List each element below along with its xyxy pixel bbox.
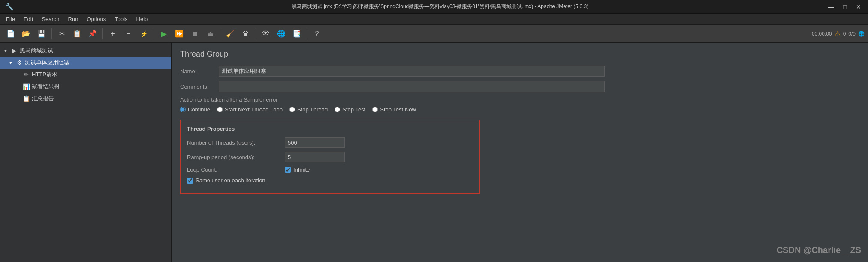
menu-search[interactable]: Search: [37, 15, 63, 24]
comments-input[interactable]: [219, 81, 605, 92]
radio-stop-test-input[interactable]: [335, 107, 340, 112]
warning-icon: ⚠: [835, 30, 841, 38]
maximize-button[interactable]: □: [839, 3, 851, 11]
radio-group-sampler: Continue Start Next Thread Loop Stop Thr…: [180, 106, 859, 113]
sidebar: ▼ ▶ 黑马商城测试 ▼ ⚙ 测试单体应用阻塞 ✏ HTTP请求 📊 察看结果树…: [0, 43, 172, 262]
cut-button[interactable]: ✂: [54, 27, 69, 41]
panel-title: Thread Group: [180, 50, 859, 59]
radio-start-next-label: Start Next Thread Loop: [225, 106, 283, 113]
expand-button[interactable]: ⚡: [136, 27, 151, 41]
warning-count: 0: [843, 31, 846, 37]
sidebar-item-thread-group[interactable]: ▼ ⚙ 测试单体应用阻塞: [0, 57, 171, 69]
main-layout: ▼ ▶ 黑马商城测试 ▼ ⚙ 测试单体应用阻塞 ✏ HTTP请求 📊 察看结果树…: [0, 43, 868, 262]
comments-row: Comments:: [180, 81, 859, 92]
menu-help[interactable]: Help: [132, 15, 152, 24]
menu-options[interactable]: Options: [82, 15, 110, 24]
infinite-label: Infinite: [293, 166, 310, 173]
summary-icon: 📋: [22, 95, 30, 102]
sidebar-item-result-tree-label: 察看结果树: [32, 83, 60, 90]
toolbar-separator-3: [154, 28, 154, 39]
root-icon: ▶: [10, 47, 18, 54]
remote-button[interactable]: 🌐: [274, 27, 289, 41]
toolbar-separator-4: [220, 28, 220, 39]
same-user-row: Same user on each iteration: [187, 177, 473, 184]
earth-icon: 🌐: [858, 31, 865, 37]
save-button[interactable]: 💾: [34, 27, 49, 41]
http-icon: ✏: [22, 71, 30, 78]
radio-stop-test-now-label: Stop Test Now: [380, 106, 416, 113]
ramp-up-input[interactable]: [285, 152, 345, 162]
name-row: Name:: [180, 66, 859, 77]
clear-all-button[interactable]: 🗑: [238, 27, 253, 41]
name-input[interactable]: [219, 66, 605, 77]
start-no-pause-button[interactable]: ⏩: [172, 27, 187, 41]
sidebar-item-http-label: HTTP请求: [32, 71, 57, 78]
loop-count-label: Loop Count:: [187, 166, 281, 173]
ratio-display: 0/0: [848, 31, 856, 37]
toolbar-separator-6: [307, 28, 307, 39]
templates-button[interactable]: 📑: [289, 27, 304, 41]
toggle-root: ▼: [3, 48, 9, 53]
open-button[interactable]: 📂: [19, 27, 33, 41]
sidebar-item-http[interactable]: ✏ HTTP请求: [0, 69, 171, 81]
browse-button[interactable]: 👁: [259, 27, 273, 41]
sidebar-item-root-label: 黑马商城测试: [20, 47, 53, 54]
copy-button[interactable]: 📋: [70, 27, 84, 41]
window-title: 黑马商城测试.jmx (D:\学习资料\微服务\SpringCloud微服务—资…: [17, 3, 863, 10]
app-icon: 🔧: [5, 3, 14, 11]
infinite-checkbox-row[interactable]: Infinite: [285, 166, 310, 173]
radio-continue-label: Continue: [188, 106, 210, 113]
loop-count-row: Loop Count: Infinite: [187, 166, 473, 173]
sidebar-item-root[interactable]: ▼ ▶ 黑马商城测试: [0, 45, 171, 57]
thread-props-title: Thread Properties: [187, 126, 473, 132]
sidebar-item-result-tree[interactable]: 📊 察看结果树: [0, 81, 171, 93]
stop-button[interactable]: ⏹: [187, 27, 202, 41]
minimize-button[interactable]: —: [825, 3, 837, 11]
num-threads-label: Number of Threads (users):: [187, 139, 281, 146]
comments-label: Comments:: [180, 84, 219, 90]
thread-group-icon: ⚙: [15, 59, 23, 66]
name-label: Name:: [180, 68, 219, 75]
sampler-error-section: Action to be taken after a Sampler error…: [180, 96, 859, 113]
radio-stop-thread[interactable]: Stop Thread: [289, 106, 328, 113]
window-controls: — □ ✕: [825, 3, 865, 11]
start-button[interactable]: ▶: [157, 27, 171, 41]
toggle-thread-group: ▼: [9, 60, 14, 65]
menu-tools[interactable]: Tools: [110, 15, 132, 24]
toolbar-separator-1: [51, 28, 52, 39]
menu-edit[interactable]: Edit: [19, 15, 37, 24]
same-user-checkbox[interactable]: [187, 178, 193, 184]
radio-start-next[interactable]: Start Next Thread Loop: [217, 106, 283, 113]
radio-start-next-input[interactable]: [217, 107, 223, 112]
radio-stop-test-now[interactable]: Stop Test Now: [372, 106, 416, 113]
ramp-up-label: Ramp-up period (seconds):: [187, 154, 281, 160]
radio-stop-test-now-input[interactable]: [372, 107, 378, 112]
radio-stop-thread-label: Stop Thread: [297, 106, 328, 113]
help-button[interactable]: ?: [310, 27, 324, 41]
toolbar-right: 00:00:00 ⚠ 0 0/0 🌐: [812, 30, 865, 38]
result-icon: 📊: [22, 83, 30, 90]
radio-stop-thread-input[interactable]: [289, 107, 295, 112]
same-user-checkbox-row[interactable]: Same user on each iteration: [187, 177, 265, 184]
num-threads-row: Number of Threads (users):: [187, 137, 473, 148]
sidebar-item-summary[interactable]: 📋 汇总报告: [0, 93, 171, 105]
infinite-checkbox[interactable]: [285, 167, 291, 173]
toolbar: 📄 📂 💾 ✂ 📋 📌 + − ⚡ ▶ ⏩ ⏹ ⏏ 🧹 🗑 👁 🌐 📑 ? 00…: [0, 25, 868, 43]
radio-continue-input[interactable]: [180, 107, 186, 112]
new-button[interactable]: 📄: [3, 27, 18, 41]
num-threads-input[interactable]: [285, 137, 345, 148]
close-button[interactable]: ✕: [853, 3, 865, 11]
paste-button[interactable]: 📌: [85, 27, 100, 41]
add-button[interactable]: +: [105, 27, 120, 41]
menu-run[interactable]: Run: [64, 15, 83, 24]
remove-button[interactable]: −: [121, 27, 136, 41]
radio-stop-test[interactable]: Stop Test: [335, 106, 365, 113]
shutdown-button[interactable]: ⏏: [203, 27, 217, 41]
sidebar-item-thread-group-label: 测试单体应用阻塞: [25, 59, 69, 66]
radio-continue[interactable]: Continue: [180, 106, 210, 113]
clear-button[interactable]: 🧹: [223, 27, 238, 41]
menu-bar: File Edit Search Run Options Tools Help: [0, 14, 868, 25]
toolbar-separator-2: [102, 28, 103, 39]
menu-file[interactable]: File: [2, 15, 19, 24]
same-user-label: Same user on each iteration: [196, 177, 265, 184]
